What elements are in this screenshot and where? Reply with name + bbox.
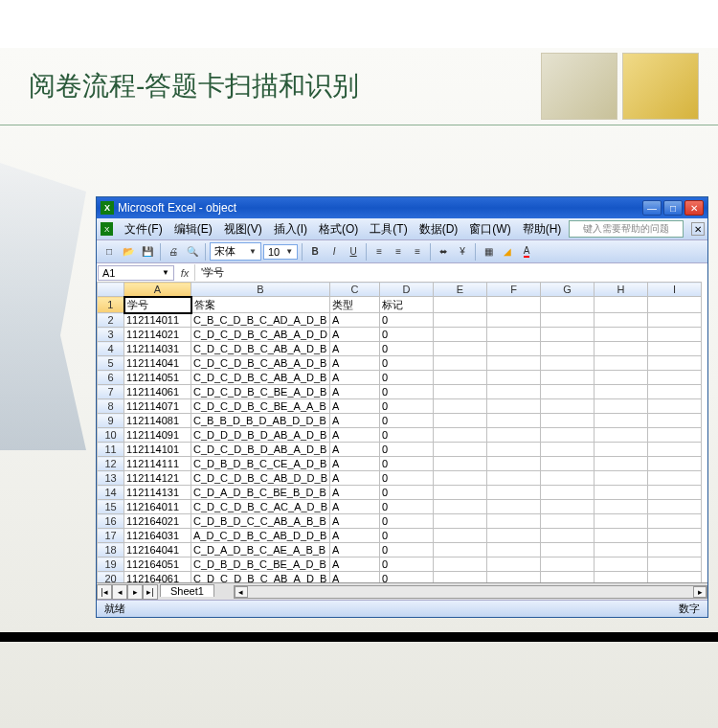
cell-E13[interactable] [434, 471, 487, 486]
cell-G7[interactable] [541, 385, 595, 399]
menu-data[interactable]: 数据(D) [415, 219, 462, 239]
cell-D18[interactable]: 0 [380, 543, 434, 557]
cell-B4[interactable]: C_D_C_D_B_C_AB_A_D_B [191, 342, 330, 356]
cell-G13[interactable] [541, 471, 595, 486]
cell-D10[interactable]: 0 [380, 428, 434, 443]
cell-I6[interactable] [648, 371, 702, 385]
cell-D7[interactable]: 0 [380, 385, 434, 399]
cell-C7[interactable]: A [330, 385, 380, 399]
cell-C15[interactable]: A [330, 500, 380, 514]
merge-button[interactable]: ⬌ [435, 243, 452, 261]
cell-E19[interactable] [434, 557, 487, 572]
menu-edit[interactable]: 编辑(E) [170, 219, 216, 239]
cell-E9[interactable] [434, 414, 487, 428]
cell-B10[interactable]: C_D_D_D_B_D_AB_A_D_B [191, 428, 330, 443]
workbook-close-button[interactable]: ✕ [691, 222, 705, 236]
align-left-button[interactable]: ≡ [370, 243, 388, 261]
cell-C4[interactable]: A [330, 342, 380, 356]
cell-D12[interactable]: 0 [380, 457, 434, 471]
cell-E6[interactable] [434, 371, 487, 385]
cell-H18[interactable] [595, 543, 648, 557]
cell-F8[interactable] [487, 399, 541, 414]
spreadsheet-grid[interactable]: ABCDEFGHI 1学号答案类型标记2112114011C_B_C_D_B_C… [97, 282, 707, 582]
cell-G20[interactable] [541, 572, 595, 583]
cell-H13[interactable] [595, 471, 648, 486]
cell-H5[interactable] [595, 356, 648, 371]
open-button[interactable]: 📂 [120, 243, 137, 261]
currency-button[interactable]: ¥ [454, 243, 471, 261]
cell-I12[interactable] [648, 457, 702, 471]
cell-G17[interactable] [541, 529, 595, 543]
cell-G9[interactable] [541, 414, 595, 428]
cell-G6[interactable] [541, 371, 595, 385]
cell-A12[interactable]: 112114111 [124, 457, 191, 471]
cell-E2[interactable] [434, 313, 487, 328]
cell-D1[interactable]: 标记 [380, 297, 434, 313]
cell-D3[interactable]: 0 [380, 328, 434, 342]
cell-H10[interactable] [595, 428, 648, 443]
cell-B14[interactable]: C_D_A_D_B_C_BE_B_D_B [191, 486, 330, 500]
row-header[interactable]: 18 [98, 543, 124, 557]
cell-E16[interactable] [434, 514, 487, 529]
tab-first-button[interactable]: |◂ [97, 584, 112, 600]
cell-A10[interactable]: 112114091 [124, 428, 191, 443]
menu-insert[interactable]: 插入(I) [270, 219, 311, 239]
horizontal-scrollbar[interactable]: ◂ ▸ [234, 585, 707, 599]
cell-F9[interactable] [487, 414, 541, 428]
cell-A7[interactable]: 112114061 [124, 385, 191, 399]
cell-A15[interactable]: 112164011 [124, 500, 191, 514]
cell-H15[interactable] [595, 500, 648, 514]
titlebar[interactable]: X Microsoft Excel - object — □ ✕ [97, 197, 707, 218]
row-header[interactable]: 4 [98, 342, 124, 356]
menu-format[interactable]: 格式(O) [315, 219, 362, 239]
cell-B11[interactable]: C_D_C_D_B_D_AB_A_D_B [191, 443, 330, 457]
cell-C9[interactable]: A [330, 414, 380, 428]
column-header-G[interactable]: G [541, 283, 595, 297]
cell-C8[interactable]: A [330, 399, 380, 414]
column-header-D[interactable]: D [380, 283, 434, 297]
row-header[interactable]: 14 [98, 486, 124, 500]
row-header[interactable]: 16 [98, 514, 124, 529]
row-header[interactable]: 12 [98, 457, 124, 471]
cell-I19[interactable] [648, 557, 702, 572]
cell-H2[interactable] [595, 313, 648, 328]
cell-C3[interactable]: A [330, 328, 380, 342]
sheet-tab[interactable]: Sheet1 [160, 584, 214, 597]
cell-D19[interactable]: 0 [380, 557, 434, 572]
cell-B9[interactable]: C_B_B_D_B_D_AB_D_D_B [191, 414, 330, 428]
cell-F14[interactable] [487, 486, 541, 500]
name-box[interactable]: A1▼ [98, 265, 174, 281]
cell-E15[interactable] [434, 500, 487, 514]
cell-H12[interactable] [595, 457, 648, 471]
align-right-button[interactable]: ≡ [409, 243, 426, 261]
italic-button[interactable]: I [325, 243, 343, 261]
cell-H11[interactable] [595, 443, 648, 457]
cell-H8[interactable] [595, 399, 648, 414]
column-header-B[interactable]: B [191, 283, 330, 297]
minimize-button[interactable]: — [642, 200, 662, 216]
cell-I1[interactable] [648, 297, 702, 313]
column-header-A[interactable]: A [124, 283, 191, 297]
cell-G19[interactable] [541, 557, 595, 572]
cell-H19[interactable] [595, 557, 648, 572]
maximize-button[interactable]: □ [663, 200, 683, 216]
cell-B6[interactable]: C_D_C_D_B_C_AB_A_D_B [191, 371, 330, 385]
cell-E14[interactable] [434, 486, 487, 500]
tab-prev-button[interactable]: ◂ [112, 584, 127, 600]
cell-C14[interactable]: A [330, 486, 380, 500]
cell-I11[interactable] [648, 443, 702, 457]
cell-B13[interactable]: C_D_C_D_B_C_AB_D_D_B [191, 471, 330, 486]
menu-tools[interactable]: 工具(T) [366, 219, 411, 239]
cell-I14[interactable] [648, 486, 702, 500]
cell-B5[interactable]: C_D_C_D_B_C_AB_A_D_B [191, 356, 330, 371]
cell-F17[interactable] [487, 529, 541, 543]
cell-H4[interactable] [595, 342, 648, 356]
cell-C13[interactable]: A [330, 471, 380, 486]
cell-H16[interactable] [595, 514, 648, 529]
cell-E1[interactable] [434, 297, 487, 313]
new-button[interactable]: □ [101, 243, 118, 261]
cell-I17[interactable] [648, 529, 702, 543]
cell-H9[interactable] [595, 414, 648, 428]
cell-I20[interactable] [648, 572, 702, 583]
cell-A3[interactable]: 112114021 [124, 328, 191, 342]
